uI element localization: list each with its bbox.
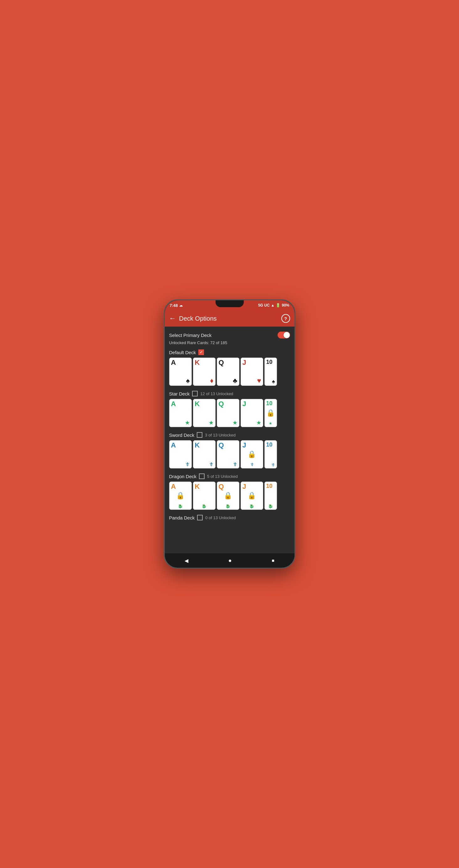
card-star-ace[interactable]: A ★: [169, 399, 192, 427]
card-sword-jack[interactable]: J 🔒 🗡: [240, 440, 263, 468]
card-value: Q: [219, 359, 224, 366]
card-default-ace[interactable]: A ♠: [169, 358, 192, 386]
primary-deck-label: Select Primary Deck: [169, 333, 212, 338]
card-suit: 🗡: [271, 463, 275, 467]
cards-row-dragon: A 🔒 🐉 K 🐉 Q 🔒 🐉: [169, 482, 290, 510]
card-value: 10: [266, 442, 272, 447]
deck-header-dragon: Dragon Deck 5 of 13 Unlocked: [169, 473, 290, 479]
deck-unlock-dragon: 5 of 13 Unlocked: [207, 474, 238, 479]
card-star-king[interactable]: K ★: [193, 399, 216, 427]
card-suit: 🗡: [209, 462, 214, 467]
deck-section-panda: Panda Deck 0 of 13 Unlocked: [169, 515, 290, 520]
nav-back-button[interactable]: ◀: [179, 555, 193, 566]
status-right: 5G UC ▲ 🔋 90%: [258, 303, 289, 308]
card-sword-ten[interactable]: 10 🗡: [264, 440, 277, 468]
deck-checkbox-panda[interactable]: [197, 515, 203, 520]
card-suit: ♥: [257, 377, 261, 384]
app-bar: ← Deck Options ?: [165, 310, 294, 327]
card-value: 10: [266, 359, 272, 365]
card-suit: 🗡: [185, 462, 190, 467]
card-default-king[interactable]: K ♦: [193, 358, 216, 386]
deck-header-sword: Sword Deck 3 of 13 Unlocked: [169, 432, 290, 438]
deck-checkbox-sword[interactable]: [197, 432, 202, 438]
card-sword-ace[interactable]: A 🗡: [169, 440, 192, 468]
card-default-queen[interactable]: Q ♣: [217, 358, 239, 386]
card-suit: ★: [209, 420, 214, 426]
card-star-ten[interactable]: 10 🔒 ★: [264, 399, 277, 427]
deck-name-default: Default Deck: [169, 350, 196, 355]
card-value: Q: [219, 442, 224, 449]
card-suit: ♠: [272, 379, 275, 384]
deck-header-star: Star Deck 12 of 13 Unlocked: [169, 391, 290, 396]
card-value: A: [171, 359, 176, 366]
card-value: Q: [219, 401, 224, 407]
battery-percent: 90%: [282, 303, 289, 308]
deck-checkbox-default[interactable]: [198, 349, 204, 355]
deck-name-panda: Panda Deck: [169, 515, 195, 520]
card-value: A: [171, 442, 176, 449]
deck-header-default: Default Deck: [169, 349, 290, 355]
notch: [216, 300, 244, 307]
time-display: 7:48: [170, 303, 178, 308]
deck-section-dragon: Dragon Deck 5 of 13 Unlocked A 🔒 🐉 K 🐉: [169, 473, 290, 510]
card-value: J: [242, 401, 246, 407]
card-default-ten[interactable]: 10 ♠: [264, 358, 277, 386]
card-sword-queen[interactable]: Q 🗡: [217, 440, 239, 468]
card-suit: 🗡: [232, 462, 237, 467]
cards-row-default: A ♠ K ♦ Q ♣ J ♥: [169, 358, 290, 386]
battery-icon: 🔋: [276, 303, 280, 308]
phone-device: 7:48 ☁ 5G UC ▲ 🔋 90% ← Deck Options ? Se…: [164, 299, 295, 569]
card-value: 10: [266, 483, 272, 489]
card-star-queen[interactable]: Q ★: [217, 399, 239, 427]
cards-row-sword: A 🗡 K 🗡 Q 🗡 J 🔒 🗡: [169, 440, 290, 468]
deck-unlock-star: 12 of 13 Unlocked: [200, 392, 233, 396]
cards-row-star: A ★ K ★ Q ★ J ★: [169, 399, 290, 427]
status-time: 7:48 ☁: [170, 303, 183, 308]
page-title: Deck Options: [179, 315, 281, 322]
card-value: K: [195, 359, 200, 366]
card-value: K: [195, 401, 200, 407]
card-dragon-ace[interactable]: A 🔒 🐉: [169, 482, 192, 510]
content-area: Select Primary Deck Unlocked Rare Cards:…: [165, 327, 294, 553]
card-suit: ♠: [186, 377, 190, 384]
network-indicator: 5G UC: [258, 303, 270, 308]
deck-checkbox-star[interactable]: [192, 391, 198, 396]
card-suit: ★: [185, 420, 190, 426]
card-value: A: [171, 401, 176, 407]
bottom-nav: ◀ ● ■: [165, 553, 294, 568]
toggle-knob: [284, 332, 290, 338]
primary-deck-toggle[interactable]: [278, 332, 290, 339]
deck-section-sword: Sword Deck 3 of 13 Unlocked A 🗡 K 🗡 Q: [169, 432, 290, 468]
card-star-jack[interactable]: J ★: [240, 399, 263, 427]
deck-checkbox-dragon[interactable]: [199, 473, 205, 479]
card-suit: ★: [232, 420, 237, 426]
deck-unlock-panda: 0 of 13 Unlocked: [205, 516, 236, 520]
deck-name-sword: Sword Deck: [169, 432, 195, 438]
deck-unlock-sword: 3 of 13 Unlocked: [205, 433, 236, 437]
card-suit: ♣: [233, 377, 237, 384]
card-suit: ♦: [210, 377, 213, 384]
nav-recents-button[interactable]: ■: [267, 556, 279, 565]
card-suit: ★: [256, 420, 261, 426]
cloud-icon: ☁: [179, 303, 183, 308]
help-button[interactable]: ?: [281, 314, 290, 323]
deck-section-default: Default Deck A ♠ K ♦ Q: [169, 349, 290, 386]
card-sword-king[interactable]: K 🗡: [193, 440, 216, 468]
card-dragon-king[interactable]: K 🐉: [193, 482, 216, 510]
primary-deck-row: Select Primary Deck: [169, 332, 290, 339]
card-value: K: [195, 442, 200, 449]
deck-name-star: Star Deck: [169, 391, 190, 396]
card-default-jack[interactable]: J ♥: [240, 358, 263, 386]
card-dragon-jack[interactable]: J 🔒 🐉: [240, 482, 263, 510]
card-dragon-ten[interactable]: 10 🐉: [264, 482, 277, 510]
deck-section-star: Star Deck 12 of 13 Unlocked A ★ K ★ Q: [169, 391, 290, 427]
card-value: K: [195, 483, 200, 490]
deck-header-panda: Panda Deck 0 of 13 Unlocked: [169, 515, 290, 520]
card-value: J: [242, 359, 246, 366]
back-button[interactable]: ←: [169, 314, 176, 322]
signal-icon: ▲: [271, 303, 275, 308]
unlocked-rare-text: Unlocked Rare Cards: 72 of 185: [169, 340, 290, 345]
deck-name-dragon: Dragon Deck: [169, 474, 197, 479]
card-dragon-queen[interactable]: Q 🔒 🐉: [217, 482, 239, 510]
nav-home-button[interactable]: ●: [223, 555, 237, 566]
